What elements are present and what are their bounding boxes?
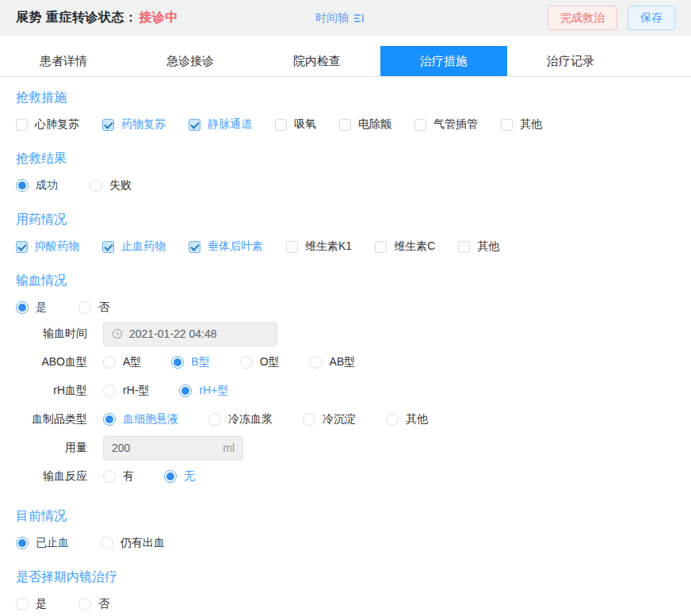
section-title-current-status: 目前情况 [16,508,675,525]
radio-selected-icon [179,385,192,397]
tab-emergency-admission[interactable]: 急诊接诊 [127,46,254,76]
radio-endoscopy-no[interactable]: 否 [78,597,109,611]
volume-unit: ml [223,442,235,454]
radio-selected-icon [16,301,29,314]
timeline-link[interactable]: 时间轴 [315,11,371,25]
radio-label: 否 [98,597,109,611]
checkbox-drug-resuscitation[interactable]: 药物复苏 [102,117,166,132]
radio-icon [90,179,102,192]
radio-label: 无 [184,469,195,484]
radio-icon [386,413,399,426]
radio-transfusion-yes[interactable]: 是 [16,300,47,315]
checkbox-vitamin-c[interactable]: 维生素C [375,239,435,254]
radio-frozen-plasma[interactable]: 冷冻血浆 [208,412,273,427]
radio-failure[interactable]: 失败 [90,178,132,193]
checkbox-label: 止血药物 [121,239,166,254]
radio-label: 否 [98,300,109,315]
abo-blood-type-row: ABO血型 A型 B型 O型 AB型 [16,348,675,377]
app-name: 展势 [16,10,42,24]
top-header: 展势 重症转诊状态：接诊中 时间轴 完成救治 保存 [0,0,691,36]
checkbox-hemostatic[interactable]: 止血药物 [102,239,166,254]
rh-blood-type-row: rH血型 rH-型 rH+型 [16,377,675,405]
radio-selected-icon [171,356,184,369]
checkbox-icon [414,119,426,131]
radio-cell-suspension[interactable]: 血细胞悬液 [103,412,178,427]
section-title-medication: 用药情况 [16,212,675,228]
field-label: ABO血型 [16,355,87,369]
volume-input[interactable]: ml [103,436,243,461]
radio-label: 其他 [406,412,428,427]
radio-reaction-no[interactable]: 无 [164,469,195,484]
checkbox-label: 静脉通道 [208,117,252,132]
radio-rh-positive[interactable]: rH+型 [179,384,228,398]
checkbox-cpr[interactable]: 心肺复苏 [16,117,79,132]
radio-label: 冷沉淀 [323,412,356,427]
radio-transfusion-no[interactable]: 否 [78,300,109,315]
section-title-rescue-measures: 抢救措施 [16,90,675,106]
radio-reaction-yes[interactable]: 有 [103,469,134,484]
checkbox-other-medication[interactable]: 其他 [458,239,499,254]
checkbox-oxygen[interactable]: 吸氧 [275,117,316,132]
field-label: 血制品类型 [16,412,87,427]
checkbox-icon [458,241,470,253]
save-button[interactable]: 保存 [628,6,675,30]
field-label: rH血型 [16,384,87,398]
field-label: 输血时间 [16,327,87,341]
radio-icon [103,385,116,397]
radio-label: 是 [36,300,47,315]
checkbox-checked-icon [189,119,200,131]
transfusion-time-input[interactable] [103,322,277,346]
radio-icon [101,537,113,549]
timeline-icon [353,13,365,24]
transfusion-time-row: 输血时间 [16,319,675,348]
checkbox-checked-icon [16,241,28,253]
radio-type-o[interactable]: O型 [240,355,280,369]
radio-other-product[interactable]: 其他 [386,412,428,427]
current-status-options: 已止血 仍有出血 [16,534,675,552]
radio-label: AB型 [330,355,356,369]
complete-treatment-button[interactable]: 完成救治 [548,6,617,30]
checkbox-label: 其他 [477,239,499,254]
transfusion-time-value[interactable] [129,327,269,340]
radio-selected-icon [164,470,177,483]
tab-treatment-measures[interactable]: 治疗措施 [380,46,507,76]
checkbox-pituitrin[interactable]: 垂体后叶素 [189,239,263,254]
checkbox-label: 药物复苏 [121,117,166,132]
radio-type-ab[interactable]: AB型 [310,355,356,369]
radio-success[interactable]: 成功 [16,178,58,193]
checkbox-label: 其他 [520,117,542,132]
tab-hospital-exam[interactable]: 院内检查 [254,46,380,76]
timeline-label: 时间轴 [315,11,349,25]
radio-rh-negative[interactable]: rH-型 [103,384,149,398]
radio-type-b[interactable]: B型 [171,355,209,369]
checkbox-vitamin-k1[interactable]: 维生素K1 [286,239,352,254]
checkbox-other-measure[interactable]: 其他 [501,117,542,132]
radio-type-a[interactable]: A型 [103,355,141,369]
volume-value[interactable] [112,442,223,454]
status-label: 重症转诊状态： [46,10,138,24]
tab-bar: 患者详情 急诊接诊 院内检查 治疗措施 治疗记录 [0,36,691,77]
tab-patient-details[interactable]: 患者详情 [0,46,127,76]
radio-icon [103,356,116,369]
field-label: 用量 [16,441,87,455]
checkbox-acid-suppressant[interactable]: 抑酸药物 [16,239,79,254]
radio-icon [208,413,221,426]
radio-selected-icon [16,179,29,192]
tab-treatment-record[interactable]: 治疗记录 [507,46,634,76]
radio-endoscopy-yes[interactable]: 是 [16,597,47,611]
radio-bleeding-stopped[interactable]: 已止血 [16,536,69,550]
volume-row: 用量 ml [16,434,675,462]
checkbox-defibrillation[interactable]: 电除颤 [339,117,391,132]
checkbox-label: 气管插管 [433,117,478,132]
radio-icon [103,470,116,483]
radio-icon [303,413,315,426]
checkbox-iv-access[interactable]: 静脉通道 [189,117,252,132]
elective-endoscopy-options: 是 否 [16,595,675,613]
radio-icon [16,598,29,610]
radio-icon [310,356,323,369]
radio-still-bleeding[interactable]: 仍有出血 [101,536,165,550]
radio-label: 已止血 [36,536,69,550]
radio-icon [240,356,253,369]
radio-cryoprecipitate[interactable]: 冷沉淀 [303,412,356,427]
checkbox-intubation[interactable]: 气管插管 [414,117,478,132]
